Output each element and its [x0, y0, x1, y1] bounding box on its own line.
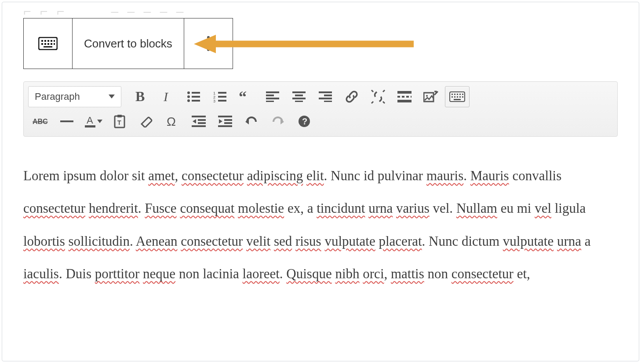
svg-rect-66	[459, 96, 461, 98]
svg-rect-80	[198, 122, 206, 124]
redo-button[interactable]	[266, 111, 290, 132]
text-segment: vel	[535, 200, 551, 216]
eraser-icon	[139, 115, 153, 127]
svg-rect-37	[292, 91, 306, 93]
caret-down-icon	[97, 120, 102, 123]
toolbar-toggle-button[interactable]	[445, 86, 470, 107]
svg-rect-51	[402, 96, 404, 98]
svg-rect-9	[51, 43, 52, 45]
bold-button[interactable]: B	[128, 86, 153, 107]
svg-rect-40	[295, 101, 303, 102]
svg-text:ABC: ABC	[33, 118, 48, 125]
bullet-list-button[interactable]	[181, 86, 206, 107]
svg-rect-27	[218, 92, 226, 94]
text-segment: velit	[246, 233, 270, 249]
text-segment	[292, 233, 295, 249]
indent-button[interactable]	[213, 111, 237, 132]
text-segment: consectetur	[23, 200, 85, 216]
svg-rect-11	[44, 46, 52, 47]
svg-rect-58	[452, 94, 453, 95]
special-character-button[interactable]: Ω	[160, 111, 185, 132]
svg-rect-36	[266, 101, 274, 102]
insert-media-button[interactable]	[419, 86, 443, 107]
editor-content[interactable]: Lorem ipsum dolor sit amet, consectetur …	[23, 160, 618, 291]
text-segment: ligula	[551, 200, 586, 216]
text-segment: . Nunc id pulvinar	[324, 168, 426, 183]
insert-readmore-button[interactable]	[392, 86, 417, 107]
text-segment: vulputate	[503, 233, 554, 249]
svg-rect-54	[397, 100, 412, 102]
strikethrough-button[interactable]: ABC	[28, 111, 53, 132]
clear-formatting-button[interactable]	[134, 111, 158, 132]
text-segment: non lacinia	[175, 266, 242, 281]
toolbar-row-2: ABC A T	[27, 109, 614, 134]
keyboard-toggle-icon	[449, 91, 465, 102]
svg-marker-17	[109, 95, 115, 98]
svg-rect-53	[411, 96, 412, 98]
svg-rect-83	[218, 116, 232, 117]
svg-rect-72	[85, 125, 95, 127]
help-button[interactable]: ?	[292, 111, 317, 132]
undo-button[interactable]	[239, 111, 264, 132]
svg-rect-50	[397, 96, 400, 98]
classic-block-icon-button[interactable]	[24, 18, 72, 69]
text-segment	[393, 200, 396, 216]
text-segment: elit	[306, 168, 324, 183]
svg-rect-41	[319, 91, 332, 93]
editor-container: ⌐ ⌐ ⌐ – – – – –	[2, 2, 639, 361]
block-more-options-button[interactable]	[184, 18, 233, 69]
text-segment	[234, 200, 238, 216]
numbered-list-button[interactable]: 1 2 3	[208, 86, 232, 107]
svg-rect-2	[44, 40, 46, 42]
svg-rect-8	[47, 43, 49, 45]
outdent-button[interactable]	[186, 111, 211, 132]
svg-rect-70	[60, 120, 73, 122]
svg-marker-87	[219, 119, 222, 124]
bold-icon: B	[135, 90, 147, 103]
insert-link-button[interactable]	[339, 86, 364, 107]
text-segment: neque	[143, 266, 175, 281]
paragraph-format-select[interactable]: Paragraph	[28, 86, 121, 107]
text-color-button[interactable]: A	[81, 111, 106, 132]
svg-rect-1	[41, 40, 43, 42]
blockquote-button[interactable]: “	[234, 86, 259, 107]
link-icon	[345, 90, 359, 104]
svg-rect-59	[454, 94, 455, 95]
text-segment: vulputate	[324, 233, 375, 249]
text-segment: iaculis	[23, 266, 59, 281]
svg-rect-79	[198, 119, 206, 121]
svg-rect-62	[462, 94, 463, 95]
text-segment: ex, a	[284, 200, 317, 216]
svg-rect-7	[44, 43, 46, 45]
text-segment	[365, 200, 368, 216]
italic-button[interactable]: I	[155, 86, 179, 107]
svg-rect-39	[292, 98, 306, 99]
svg-rect-21	[192, 92, 200, 94]
text-segment	[85, 200, 89, 216]
text-segment: adipiscing	[247, 168, 303, 183]
svg-rect-35	[266, 98, 279, 99]
align-right-button[interactable]	[313, 86, 338, 107]
svg-text:B: B	[135, 90, 145, 103]
svg-rect-44	[324, 101, 332, 102]
svg-rect-49	[397, 91, 412, 94]
svg-rect-29	[218, 96, 226, 98]
align-left-button[interactable]	[260, 86, 285, 107]
text-segment: porttitor	[95, 266, 140, 281]
paste-as-text-button[interactable]: T	[107, 111, 132, 132]
svg-text:?: ?	[302, 116, 307, 126]
svg-point-22	[187, 95, 190, 98]
convert-to-blocks-button[interactable]: Convert to blocks	[73, 18, 184, 69]
text-segment: consectetur	[182, 168, 244, 183]
text-segment: .	[130, 233, 136, 249]
align-center-icon	[292, 91, 306, 102]
text-segment: varius	[396, 200, 430, 216]
readmore-icon	[397, 91, 412, 102]
svg-point-14	[207, 48, 210, 51]
align-right-icon	[319, 91, 332, 102]
svg-text:A: A	[87, 115, 93, 126]
text-segment: . Nunc dictum	[422, 233, 503, 249]
align-center-button[interactable]	[287, 86, 311, 107]
remove-link-button[interactable]	[366, 86, 390, 107]
horizontal-rule-button[interactable]	[55, 111, 79, 132]
